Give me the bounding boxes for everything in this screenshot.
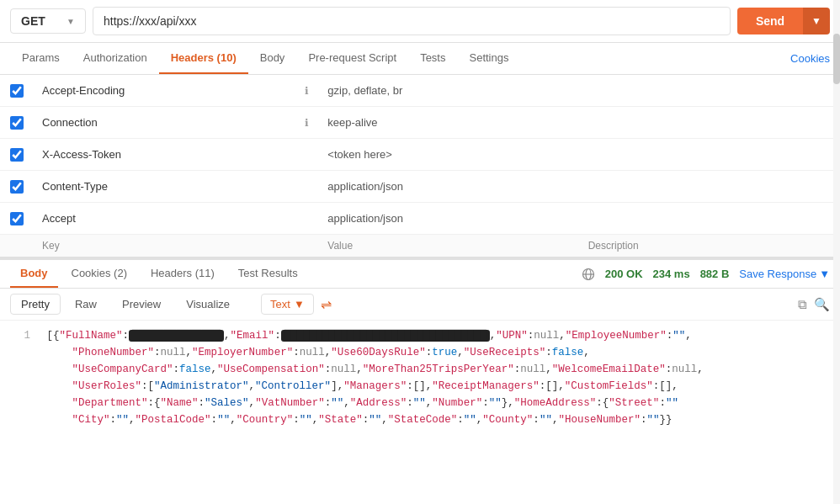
json-viewer: 1 [{"FullName":██████████████,"Email":██… [0, 321, 840, 435]
chevron-down-icon: ▼ [819, 268, 830, 280]
key-accept: Accept [34, 205, 294, 231]
desc-connection [580, 116, 840, 130]
value-connection: keep-alive [319, 109, 579, 135]
tab-settings[interactable]: Settings [457, 43, 520, 74]
checkbox-connection[interactable] [10, 116, 24, 130]
response-tabs-row: Body Cookies (2) Headers (11) Test Resul… [0, 260, 840, 289]
value-accept: application/json [319, 205, 579, 231]
save-response-label: Save Response [739, 268, 816, 280]
send-arrow-button[interactable]: ▼ [803, 8, 830, 34]
header-row-accept-encoding: Accept-Encoding ℹ gzip, deflate, br [0, 75, 840, 107]
request-tabs: Params Authorization Headers (10) Body P… [0, 43, 840, 75]
headers-table: Accept-Encoding ℹ gzip, deflate, br Conn… [0, 75, 840, 257]
info-icon-connection: ℹ [294, 117, 319, 129]
info-icon-accept-encoding: ℹ [294, 85, 319, 97]
text-format-label: Text [270, 298, 290, 310]
fmt-tab-preview[interactable]: Preview [111, 294, 172, 315]
key-connection: Connection [34, 109, 294, 135]
resp-tab-headers[interactable]: Headers (11) [141, 260, 225, 288]
checkbox-content-type[interactable] [10, 180, 24, 194]
placeholder-key-label: Key [34, 235, 294, 257]
tab-tests[interactable]: Tests [408, 43, 457, 74]
method-label: GET [21, 14, 45, 28]
desc-content-type [580, 180, 840, 194]
text-format-chevron-icon: ▼ [294, 298, 305, 310]
json-line-2: "PhoneNumber":null,"EmployerNumber":null… [10, 344, 830, 361]
desc-accept [580, 212, 840, 225]
check-cell-content-type [0, 180, 34, 194]
header-row-content-type: Content-Type application/json [0, 171, 840, 203]
send-button[interactable]: Send [737, 8, 803, 34]
url-input[interactable] [93, 7, 731, 35]
tab-headers[interactable]: Headers (10) [159, 43, 248, 74]
value-accept-encoding: gzip, deflate, br [319, 77, 579, 103]
checkbox-accept-encoding[interactable] [10, 84, 24, 98]
chevron-down-icon: ▼ [66, 17, 75, 26]
save-response-button[interactable]: Save Response ▼ [739, 268, 830, 280]
fmt-tab-raw[interactable]: Raw [64, 294, 108, 315]
cookies-link[interactable]: Cookies [790, 52, 830, 65]
checkbox-accept[interactable] [10, 212, 24, 225]
fmt-tab-visualize[interactable]: Visualize [175, 294, 241, 315]
format-tabs-row: Pretty Raw Preview Visualize Text ▼ ⇌ ⧉ … [0, 289, 840, 321]
check-cell-x-access-token [0, 148, 34, 162]
fmt-tab-pretty[interactable]: Pretty [10, 294, 61, 315]
globe-icon [582, 268, 595, 281]
search-icon[interactable]: 🔍 [814, 297, 830, 312]
value-x-access-token: <token here> [319, 141, 579, 167]
check-cell-connection [0, 116, 34, 130]
response-section: Body Cookies (2) Headers (11) Test Resul… [0, 257, 840, 435]
tab-params[interactable]: Params [10, 43, 72, 74]
key-x-access-token: X-Access-Token [34, 141, 294, 167]
resp-tab-body[interactable]: Body [10, 260, 58, 288]
resp-tab-test-results[interactable]: Test Results [228, 260, 308, 288]
json-line-4: "UserRoles":["Administrator","Controller… [10, 378, 830, 395]
response-status-area: 200 OK 234 ms 882 B Save Response ▼ [582, 268, 830, 281]
json-line-5: "Department":{"Name":"Sales","VatNumber"… [10, 395, 830, 411]
headers-section: Accept-Encoding ℹ gzip, deflate, br Conn… [0, 75, 840, 257]
header-row-connection: Connection ℹ keep-alive [0, 107, 840, 139]
key-content-type: Content-Type [34, 173, 294, 199]
globe-icon-wrap [582, 268, 595, 281]
desc-x-access-token [580, 148, 840, 162]
tab-pre-request-script[interactable]: Pre-request Script [296, 43, 408, 74]
placeholder-value-label: Value [319, 235, 579, 257]
tab-authorization[interactable]: Authorization [72, 43, 159, 74]
status-ok-text: 200 OK [605, 268, 643, 280]
check-cell [0, 84, 34, 98]
json-line-1: 1 [{"FullName":██████████████,"Email":██… [10, 327, 830, 344]
desc-accept-encoding [580, 84, 840, 98]
wrap-icon[interactable]: ⇌ [321, 296, 332, 312]
value-content-type: application/json [319, 173, 579, 199]
send-btn-group: Send ▼ [737, 8, 830, 34]
check-cell-accept [0, 212, 34, 225]
text-format-dropdown[interactable]: Text ▼ [261, 294, 314, 315]
placeholder-desc-label: Description [580, 235, 840, 257]
resp-tab-cookies[interactable]: Cookies (2) [61, 260, 137, 288]
scrollbar-track [833, 0, 840, 504]
app-container: GET ▼ Send ▼ Params Authorization Header… [0, 0, 840, 504]
checkbox-x-access-token[interactable] [10, 148, 24, 162]
copy-icon[interactable]: ⧉ [798, 297, 807, 312]
line-number-1: 1 [10, 327, 30, 344]
scrollbar-thumb[interactable] [833, 34, 840, 84]
status-size-text: 882 B [700, 268, 730, 280]
request-bar: GET ▼ Send ▼ [0, 0, 840, 43]
key-accept-encoding: Accept-Encoding [34, 77, 294, 103]
fmt-right-icons: ⧉ 🔍 [798, 297, 830, 312]
placeholder-header-row: Key Value Description [0, 235, 840, 257]
method-select[interactable]: GET ▼ [10, 8, 86, 34]
header-row-x-access-token: X-Access-Token <token here> [0, 139, 840, 171]
status-time-text: 234 ms [653, 268, 690, 280]
tab-body[interactable]: Body [248, 43, 297, 74]
header-row-accept: Accept application/json [0, 203, 840, 235]
json-line-6: "City":"","PostalCode":"","Country":"","… [10, 411, 830, 428]
json-line-3: "UseCompanyCard":false,"UseCompensation"… [10, 361, 830, 378]
